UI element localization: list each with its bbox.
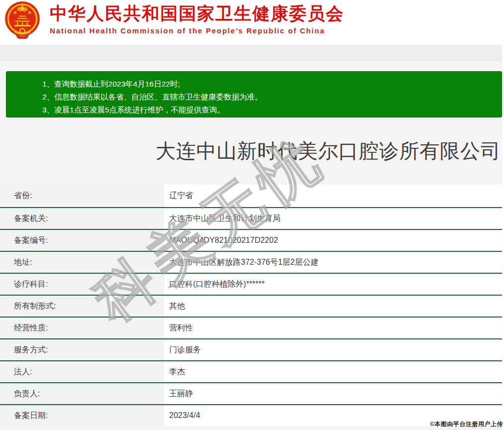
field-value: MAOUQ4DY821020217D2202 bbox=[164, 230, 504, 251]
field-label: 法人: bbox=[0, 361, 164, 382]
national-emblem-icon bbox=[3, 1, 42, 39]
table-row: 地址:大连市中山区解放路372-376号1层2层公建 bbox=[0, 251, 504, 273]
field-value: 大连市中山区解放路372-376号1层2层公建 bbox=[164, 252, 504, 273]
table-row: 法人:李杰 bbox=[0, 360, 504, 382]
page: { "header": { "title_zh": "中华人民共和国国家卫生健康… bbox=[0, 0, 504, 430]
site-title-zh: 中华人民共和国国家卫生健康委员会 bbox=[50, 3, 344, 23]
field-value: 营利性 bbox=[164, 318, 504, 338]
table-row: 负责人:王丽静 bbox=[0, 382, 504, 404]
field-value: 王丽静 bbox=[164, 383, 504, 404]
table-row: 所有制形式:其他 bbox=[0, 295, 504, 317]
org-title-section: 大连中山新时代美尔口腔诊所有限公司 bbox=[0, 117, 504, 185]
field-value: 李杰 bbox=[164, 361, 504, 382]
field-value: 大连市中山区卫生和计划生育局 bbox=[164, 208, 504, 229]
table-row: 备案日期:2023/4/4 bbox=[0, 404, 504, 426]
notice-line-1: 1、查询数据截止到2023年4月16日22时; bbox=[42, 78, 497, 91]
site-header-text: 中华人民共和国国家卫生健康委员会 National Health Commiss… bbox=[50, 1, 344, 35]
table-row: 省份:辽宁省 bbox=[0, 185, 504, 207]
site-title-en: National Health Commission of the People… bbox=[50, 26, 344, 35]
notice-line-2: 2、信息数据结果以各省、自治区、直辖市卫生健康委数据为准。 bbox=[42, 91, 497, 104]
table-row: 备案编号:MAOUQ4DY821020217D2202 bbox=[0, 229, 504, 251]
field-value: 口腔科(口腔种植除外)****** bbox=[164, 274, 504, 295]
field-label: 负责人: bbox=[0, 383, 164, 404]
notice-line-3: 3、凌晨1点至凌晨5点系统进行维护，不能提供查询。 bbox=[42, 104, 497, 116]
table-row: 服务方式:门诊服务 bbox=[0, 338, 504, 360]
field-label: 备案机关: bbox=[0, 208, 164, 229]
org-title: 大连中山新时代美尔口腔诊所有限公司 bbox=[0, 137, 501, 165]
field-label: 所有制形式: bbox=[0, 296, 164, 317]
site-header: 中华人民共和国国家卫生健康委员会 National Health Commiss… bbox=[0, 0, 504, 45]
field-label: 省份: bbox=[0, 185, 164, 207]
field-value: 门诊服务 bbox=[164, 339, 504, 360]
table-row: 备案机关:大连市中山区卫生和计划生育局 bbox=[0, 207, 504, 229]
field-label: 服务方式: bbox=[0, 339, 164, 360]
field-label: 经营性质: bbox=[0, 318, 164, 338]
field-label: 诊疗科目: bbox=[0, 274, 164, 295]
record-table: 省份:辽宁省备案机关:大连市中山区卫生和计划生育局备案编号:MAOUQ4DY82… bbox=[0, 185, 504, 426]
table-row: 诊疗科目:口腔科(口腔种植除外)****** bbox=[0, 273, 504, 295]
field-label: 备案编号: bbox=[0, 230, 164, 251]
field-label: 备案日期: bbox=[0, 405, 164, 426]
notice-box: 1、查询数据截止到2023年4月16日22时; 2、信息数据结果以各省、自治区、… bbox=[6, 71, 502, 117]
credit-note: ©本图由平台注册用户上传 bbox=[430, 420, 503, 429]
table-row: 经营性质:营利性 bbox=[0, 317, 504, 338]
field-value: 辽宁省 bbox=[164, 185, 504, 207]
header-divider-band bbox=[0, 45, 504, 60]
field-label: 地址: bbox=[0, 252, 164, 273]
field-value: 其他 bbox=[164, 296, 504, 317]
scrollbar-track[interactable] bbox=[502, 0, 504, 430]
